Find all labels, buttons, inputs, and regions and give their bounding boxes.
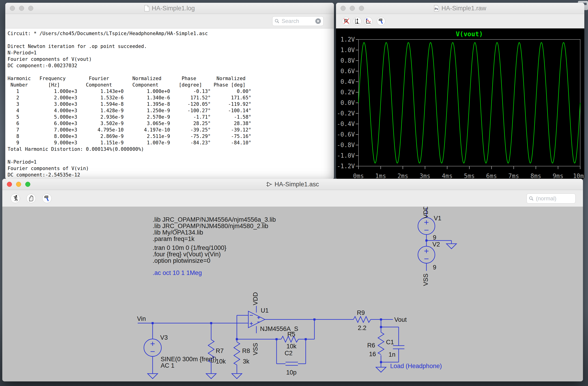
v3-value[interactable]: SINE(0 300m {freq}) bbox=[161, 356, 216, 363]
net-label-vin[interactable]: Vin bbox=[137, 315, 146, 322]
asc-titlebar[interactable]: HA-Simple1.asc bbox=[2, 179, 583, 190]
load-comment[interactable]: Load (Headphone) bbox=[390, 363, 442, 369]
svg-text:3ms: 3ms bbox=[420, 173, 430, 180]
trace-legend[interactable]: V(vout) bbox=[456, 30, 483, 38]
asc-window-title: HA-Simple1.asc bbox=[2, 181, 583, 188]
svg-text:-0.2V: -0.2V bbox=[337, 110, 355, 117]
svg-text:-0.6V: -0.6V bbox=[337, 131, 355, 138]
waveform-plot[interactable]: 1.2V1.0V0.8V0.6V0.4V0.2V0.0V-0.2V-0.4V-0… bbox=[336, 28, 584, 180]
asc-window-title-text: HA-Simple1.asc bbox=[274, 181, 319, 188]
run-button[interactable] bbox=[11, 194, 20, 203]
raw-file-icon: Ps bbox=[434, 5, 439, 11]
net-label-vdd[interactable]: VDD bbox=[422, 207, 429, 219]
minimize-button[interactable] bbox=[350, 6, 355, 11]
minimize-button[interactable] bbox=[19, 6, 24, 11]
vout-trace bbox=[358, 42, 580, 163]
control-panel-button[interactable] bbox=[377, 17, 385, 25]
svg-text:0.2V: 0.2V bbox=[340, 89, 355, 96]
svg-text:7ms: 7ms bbox=[508, 173, 519, 180]
fit-y-axis-button[interactable] bbox=[353, 17, 361, 25]
r6-value[interactable]: 16 bbox=[369, 351, 376, 358]
zoom-button[interactable] bbox=[25, 182, 30, 187]
svg-text:1.2V: 1.2V bbox=[340, 36, 355, 43]
net-label-vss[interactable]: VSS bbox=[422, 274, 429, 286]
raw-titlebar[interactable]: Ps HA-Simple1.raw bbox=[336, 3, 584, 14]
log-window: HA-Simple1.log Circuit: * /Users/cho45/D… bbox=[5, 3, 334, 180]
asc-searchbox[interactable] bbox=[526, 193, 576, 203]
control-panel-icon bbox=[378, 18, 384, 24]
v2-value[interactable]: 9 bbox=[433, 264, 436, 271]
voltage-source-v3[interactable] bbox=[144, 339, 161, 356]
v1-value[interactable]: 9 bbox=[433, 234, 436, 241]
c1-value[interactable]: 1n bbox=[389, 351, 396, 358]
c1-name[interactable]: C1 bbox=[386, 339, 394, 345]
close-button[interactable] bbox=[7, 182, 12, 187]
close-button[interactable] bbox=[341, 6, 346, 11]
schematic-search-input[interactable] bbox=[535, 195, 573, 202]
v2-name[interactable]: V2 bbox=[432, 241, 440, 248]
resistor-r6[interactable] bbox=[378, 332, 384, 355]
svg-text:4ms: 4ms bbox=[442, 173, 453, 180]
r7-value[interactable]: 10k bbox=[216, 358, 226, 365]
svg-text:1.0V: 1.0V bbox=[340, 47, 355, 54]
v3-name[interactable]: V3 bbox=[160, 334, 168, 341]
v3-value2[interactable]: AC 1 bbox=[161, 362, 174, 369]
raw-traffic-lights bbox=[336, 6, 364, 11]
voltage-source-v2[interactable] bbox=[418, 246, 435, 263]
svg-text:-0.8V: -0.8V bbox=[337, 142, 355, 148]
log-toolbar bbox=[5, 14, 334, 28]
resistor-r8[interactable] bbox=[234, 342, 240, 365]
asc-traffic-lights bbox=[2, 182, 30, 187]
u1-name[interactable]: U1 bbox=[261, 307, 269, 314]
control-panel-icon bbox=[44, 195, 50, 202]
zoom-button[interactable] bbox=[359, 6, 364, 11]
log-titlebar[interactable]: HA-Simple1.log bbox=[5, 3, 334, 14]
asc-toolbar bbox=[2, 190, 583, 207]
r6-name[interactable]: R6 bbox=[367, 342, 375, 349]
r7-name[interactable]: R7 bbox=[216, 347, 224, 354]
close-button[interactable] bbox=[10, 6, 15, 11]
run-icon bbox=[12, 195, 19, 202]
r9-name[interactable]: R9 bbox=[357, 309, 365, 316]
zoom-off-icon bbox=[343, 18, 349, 24]
svg-text:8ms: 8ms bbox=[530, 173, 541, 180]
svg-text:6ms: 6ms bbox=[486, 173, 497, 180]
drag-hand-button[interactable] bbox=[26, 194, 36, 203]
svg-text:10ms: 10ms bbox=[573, 173, 584, 180]
search-input[interactable] bbox=[281, 18, 313, 24]
clear-search-icon[interactable] bbox=[315, 18, 321, 24]
r5-name[interactable]: R5 bbox=[287, 331, 295, 338]
zoom-off-button[interactable] bbox=[342, 17, 351, 25]
net-label-vout[interactable]: Vout bbox=[394, 316, 407, 323]
u1-vdd-label[interactable]: VDD bbox=[252, 292, 259, 305]
voltage-source-v1[interactable] bbox=[418, 218, 435, 235]
drag-hand-icon bbox=[28, 195, 35, 202]
r8-name[interactable]: R8 bbox=[242, 347, 250, 354]
autorange-icon bbox=[365, 18, 371, 24]
svg-text:-1.2V: -1.2V bbox=[337, 163, 355, 170]
c2-value[interactable]: 10p bbox=[286, 369, 296, 376]
autorange-button[interactable] bbox=[364, 17, 373, 25]
log-text: Circuit: * /Users/cho45/Documents/LTspic… bbox=[5, 28, 334, 178]
minimize-button[interactable] bbox=[16, 182, 21, 187]
asc-window: HA-Simple1.asc bbox=[2, 179, 583, 381]
v1-name[interactable]: V1 bbox=[434, 215, 441, 222]
schematic-canvas[interactable]: .lib JRC_OPAMP/NJM4556A/njm4556a_3.lib.l… bbox=[2, 207, 583, 381]
r5-value[interactable]: 10k bbox=[286, 343, 296, 350]
log-searchbox[interactable] bbox=[272, 16, 324, 26]
resistor-r9[interactable] bbox=[354, 316, 371, 323]
capacitor-c2[interactable] bbox=[286, 362, 298, 365]
r8-value[interactable]: 3k bbox=[243, 358, 250, 365]
u1-vss-label[interactable]: VSS bbox=[252, 343, 259, 355]
svg-text:1ms: 1ms bbox=[375, 173, 386, 180]
r9-value[interactable]: 2.2 bbox=[358, 325, 367, 331]
c2-name[interactable]: C2 bbox=[285, 350, 293, 357]
capacitor-c1[interactable] bbox=[393, 345, 404, 349]
svg-text:0.0V: 0.0V bbox=[340, 99, 355, 106]
search-icon bbox=[529, 196, 534, 201]
schematic-svg: Vin V3 SINE(0 300m {freq}) AC 1 R7 10k R… bbox=[2, 207, 583, 381]
zoom-button[interactable] bbox=[28, 6, 33, 11]
control-panel-button[interactable] bbox=[42, 194, 52, 203]
raw-window-title: Ps HA-Simple1.raw bbox=[336, 5, 584, 12]
svg-text:2ms: 2ms bbox=[398, 173, 408, 180]
